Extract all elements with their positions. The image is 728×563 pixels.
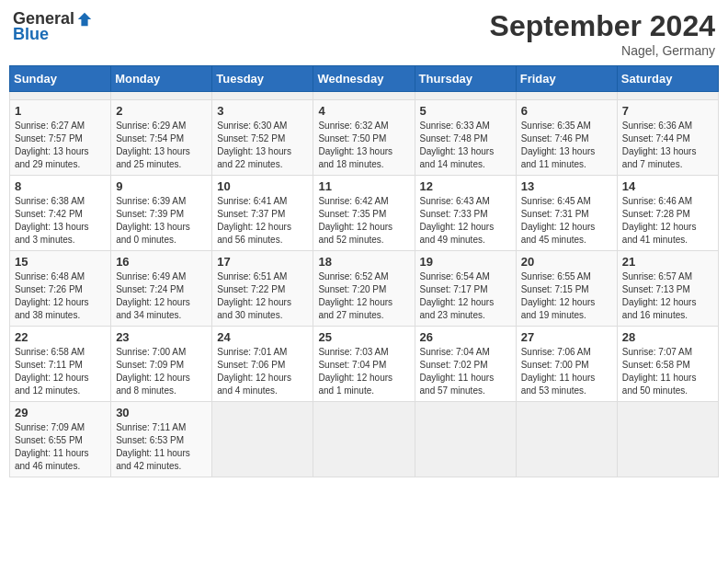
day-number: 20 bbox=[521, 255, 612, 269]
calendar-cell: 1 Sunrise: 6:27 AMSunset: 7:57 PMDayligh… bbox=[10, 100, 111, 176]
day-number: 21 bbox=[622, 255, 713, 269]
day-number: 11 bbox=[318, 179, 409, 193]
logo: General Blue bbox=[13, 9, 93, 44]
calendar-cell: 19 Sunrise: 6:54 AMSunset: 7:17 PMDaylig… bbox=[415, 251, 516, 327]
day-info: Sunrise: 6:48 AMSunset: 7:26 PMDaylight:… bbox=[15, 270, 106, 322]
day-number: 7 bbox=[622, 104, 713, 118]
calendar-week-3: 15 Sunrise: 6:48 AMSunset: 7:26 PMDaylig… bbox=[10, 251, 719, 327]
day-info: Sunrise: 6:38 AMSunset: 7:42 PMDaylight:… bbox=[15, 195, 106, 247]
weekday-header-sunday: Sunday bbox=[10, 66, 111, 92]
day-number: 9 bbox=[116, 179, 207, 193]
calendar-cell: 22 Sunrise: 6:58 AMSunset: 7:11 PMDaylig… bbox=[10, 327, 111, 402]
calendar-week-5: 29 Sunrise: 7:09 AMSunset: 6:55 PMDaylig… bbox=[10, 402, 719, 477]
calendar-cell: 29 Sunrise: 7:09 AMSunset: 6:55 PMDaylig… bbox=[10, 402, 111, 477]
page-subtitle: Nagel, Germany bbox=[490, 43, 715, 58]
calendar-cell: 27 Sunrise: 7:06 AMSunset: 7:00 PMDaylig… bbox=[516, 327, 617, 402]
day-number: 17 bbox=[217, 255, 308, 269]
calendar-cell: 4 Sunrise: 6:32 AMSunset: 7:50 PMDayligh… bbox=[313, 100, 415, 176]
day-number: 29 bbox=[15, 406, 106, 419]
calendar-cell: 30 Sunrise: 7:11 AMSunset: 6:53 PMDaylig… bbox=[111, 402, 212, 477]
calendar-cell bbox=[313, 92, 415, 100]
calendar-week-1: 1 Sunrise: 6:27 AMSunset: 7:57 PMDayligh… bbox=[10, 100, 719, 176]
logo-icon bbox=[76, 11, 93, 28]
calendar-week-2: 8 Sunrise: 6:38 AMSunset: 7:42 PMDayligh… bbox=[10, 176, 719, 251]
day-number: 14 bbox=[622, 179, 713, 193]
day-number: 27 bbox=[521, 330, 612, 344]
day-number: 16 bbox=[116, 255, 207, 269]
calendar-cell: 17 Sunrise: 6:51 AMSunset: 7:22 PMDaylig… bbox=[212, 251, 313, 327]
day-info: Sunrise: 7:04 AMSunset: 7:02 PMDaylight:… bbox=[420, 346, 511, 397]
calendar-cell bbox=[516, 402, 617, 477]
day-number: 10 bbox=[217, 179, 308, 193]
calendar-cell: 12 Sunrise: 6:43 AMSunset: 7:33 PMDaylig… bbox=[415, 176, 516, 251]
day-info: Sunrise: 7:01 AMSunset: 7:06 PMDaylight:… bbox=[217, 346, 308, 397]
day-info: Sunrise: 6:27 AMSunset: 7:57 PMDaylight:… bbox=[15, 120, 106, 171]
day-info: Sunrise: 6:42 AMSunset: 7:35 PMDaylight:… bbox=[318, 195, 409, 247]
day-info: Sunrise: 6:33 AMSunset: 7:48 PMDaylight:… bbox=[420, 120, 511, 171]
day-info: Sunrise: 7:09 AMSunset: 6:55 PMDaylight:… bbox=[15, 421, 106, 473]
weekday-header-monday: Monday bbox=[111, 66, 212, 92]
calendar-cell bbox=[111, 92, 212, 100]
day-info: Sunrise: 6:51 AMSunset: 7:22 PMDaylight:… bbox=[217, 270, 308, 322]
weekday-header-friday: Friday bbox=[516, 66, 617, 92]
calendar-cell: 25 Sunrise: 7:03 AMSunset: 7:04 PMDaylig… bbox=[313, 327, 415, 402]
calendar-cell: 23 Sunrise: 7:00 AMSunset: 7:09 PMDaylig… bbox=[111, 327, 212, 402]
calendar-cell: 2 Sunrise: 6:29 AMSunset: 7:54 PMDayligh… bbox=[111, 100, 212, 176]
day-number: 2 bbox=[116, 104, 207, 118]
logo-blue-text: Blue bbox=[13, 25, 49, 44]
day-number: 12 bbox=[420, 179, 511, 193]
day-number: 1 bbox=[15, 104, 106, 118]
calendar-cell: 21 Sunrise: 6:57 AMSunset: 7:13 PMDaylig… bbox=[617, 251, 718, 327]
calendar-cell bbox=[212, 402, 313, 477]
day-number: 30 bbox=[116, 406, 207, 419]
calendar-cell: 13 Sunrise: 6:45 AMSunset: 7:31 PMDaylig… bbox=[516, 176, 617, 251]
day-info: Sunrise: 7:11 AMSunset: 6:53 PMDaylight:… bbox=[116, 421, 207, 473]
day-number: 18 bbox=[318, 255, 409, 269]
day-info: Sunrise: 6:55 AMSunset: 7:15 PMDaylight:… bbox=[521, 270, 612, 322]
calendar-cell: 8 Sunrise: 6:38 AMSunset: 7:42 PMDayligh… bbox=[10, 176, 111, 251]
day-number: 19 bbox=[420, 255, 511, 269]
calendar-week-0 bbox=[10, 92, 719, 100]
calendar-cell: 16 Sunrise: 6:49 AMSunset: 7:24 PMDaylig… bbox=[111, 251, 212, 327]
weekday-header-row: SundayMondayTuesdayWednesdayThursdayFrid… bbox=[10, 66, 719, 92]
calendar-week-4: 22 Sunrise: 6:58 AMSunset: 7:11 PMDaylig… bbox=[10, 327, 719, 402]
day-number: 6 bbox=[521, 104, 612, 118]
day-info: Sunrise: 6:43 AMSunset: 7:33 PMDaylight:… bbox=[420, 195, 511, 247]
calendar-cell bbox=[313, 402, 415, 477]
calendar-cell: 18 Sunrise: 6:52 AMSunset: 7:20 PMDaylig… bbox=[313, 251, 415, 327]
day-info: Sunrise: 6:49 AMSunset: 7:24 PMDaylight:… bbox=[116, 270, 207, 322]
page-header: General Blue September 2024 Nagel, Germa… bbox=[9, 9, 719, 58]
day-info: Sunrise: 6:41 AMSunset: 7:37 PMDaylight:… bbox=[217, 195, 308, 247]
day-info: Sunrise: 6:30 AMSunset: 7:52 PMDaylight:… bbox=[217, 120, 308, 171]
calendar-cell: 6 Sunrise: 6:35 AMSunset: 7:46 PMDayligh… bbox=[516, 100, 617, 176]
day-number: 13 bbox=[521, 179, 612, 193]
calendar-cell bbox=[516, 92, 617, 100]
day-number: 15 bbox=[15, 255, 106, 269]
calendar-cell: 26 Sunrise: 7:04 AMSunset: 7:02 PMDaylig… bbox=[415, 327, 516, 402]
day-number: 25 bbox=[318, 330, 409, 344]
calendar-cell bbox=[212, 92, 313, 100]
day-info: Sunrise: 7:03 AMSunset: 7:04 PMDaylight:… bbox=[318, 346, 409, 397]
day-info: Sunrise: 6:29 AMSunset: 7:54 PMDaylight:… bbox=[116, 120, 207, 171]
day-info: Sunrise: 6:45 AMSunset: 7:31 PMDaylight:… bbox=[521, 195, 612, 247]
day-number: 5 bbox=[420, 104, 511, 118]
title-section: September 2024 Nagel, Germany bbox=[490, 9, 715, 58]
day-info: Sunrise: 6:32 AMSunset: 7:50 PMDaylight:… bbox=[318, 120, 409, 171]
calendar-cell bbox=[415, 92, 516, 100]
calendar-cell: 7 Sunrise: 6:36 AMSunset: 7:44 PMDayligh… bbox=[617, 100, 718, 176]
calendar-cell bbox=[617, 402, 718, 477]
day-number: 23 bbox=[116, 330, 207, 344]
calendar-cell: 10 Sunrise: 6:41 AMSunset: 7:37 PMDaylig… bbox=[212, 176, 313, 251]
day-info: Sunrise: 7:06 AMSunset: 7:00 PMDaylight:… bbox=[521, 346, 612, 397]
calendar-cell bbox=[10, 92, 111, 100]
day-info: Sunrise: 6:39 AMSunset: 7:39 PMDaylight:… bbox=[116, 195, 207, 247]
calendar-cell: 28 Sunrise: 7:07 AMSunset: 6:58 PMDaylig… bbox=[617, 327, 718, 402]
day-number: 8 bbox=[15, 179, 106, 193]
weekday-header-thursday: Thursday bbox=[415, 66, 516, 92]
page-title: September 2024 bbox=[490, 9, 715, 43]
weekday-header-saturday: Saturday bbox=[617, 66, 718, 92]
day-info: Sunrise: 6:36 AMSunset: 7:44 PMDaylight:… bbox=[622, 120, 713, 171]
day-number: 22 bbox=[15, 330, 106, 344]
day-info: Sunrise: 7:00 AMSunset: 7:09 PMDaylight:… bbox=[116, 346, 207, 397]
calendar-table: SundayMondayTuesdayWednesdayThursdayFrid… bbox=[9, 65, 719, 477]
